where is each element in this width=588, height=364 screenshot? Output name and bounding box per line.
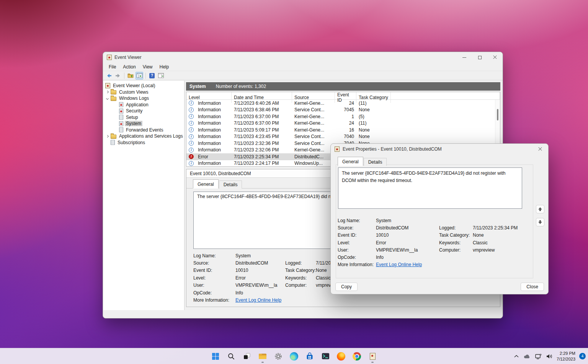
task-view-icon [243, 353, 251, 360]
desktop: Event Viewer File Action View Help [0, 0, 588, 364]
menu-help[interactable]: Help [156, 63, 173, 71]
tree-item-applications-services-logs[interactable]: Applications and Services Logs [103, 133, 184, 140]
running-indicator [261, 362, 264, 363]
dialog-event-fields: Log Name:System Source:DistributedCOMLog… [338, 217, 527, 268]
folder-icon [111, 135, 116, 139]
task-view-button[interactable] [240, 349, 254, 363]
gear-icon [274, 352, 283, 361]
menu-bar: File Action View Help [103, 63, 503, 71]
table-row[interactable]: iInformation 7/11/2023 6:38:46 PMService… [186, 107, 500, 114]
folder-icon [111, 90, 116, 94]
terminal-button[interactable] [318, 349, 332, 363]
chevron-up-icon[interactable] [513, 354, 519, 359]
information-icon: i [189, 101, 194, 106]
network-icon[interactable] [535, 353, 542, 359]
event-log-online-help-link[interactable]: Event Log Online Help [376, 262, 439, 267]
information-icon: i [189, 121, 194, 126]
edge-button[interactable] [287, 349, 301, 363]
tree-item-windows-logs[interactable]: Windows Logs [103, 95, 184, 102]
scrollbar-thumb[interactable] [497, 109, 498, 120]
search-button[interactable] [224, 349, 238, 363]
volume-icon[interactable] [546, 353, 553, 359]
log-header: System Number of events: 1,302 [186, 82, 500, 91]
menu-file[interactable]: File [105, 63, 119, 71]
search-icon [227, 353, 235, 360]
table-row[interactable]: iInformation 7/11/2023 4:23:45 PMService… [186, 133, 500, 140]
dialog-tab-general[interactable]: General [338, 157, 363, 166]
event-viewer-taskbar-button[interactable] [366, 349, 379, 363]
chevron-down-icon[interactable] [106, 97, 109, 100]
taskbar: 2:29 PM 7/12/2023 4 [0, 348, 588, 364]
log-icon [119, 127, 123, 132]
event-viewer-icon [370, 353, 376, 360]
notification-badge[interactable]: 4 [579, 353, 586, 359]
tree-item-system[interactable]: System [103, 120, 184, 127]
system-tray: 2:29 PM 7/12/2023 4 [513, 348, 586, 364]
event-count: Number of events: 1,302 [216, 84, 266, 89]
toolbar: ? [103, 71, 503, 80]
tree-item-application[interactable]: Application [103, 102, 184, 108]
tab-details[interactable]: Details [219, 180, 242, 188]
forward-button[interactable] [114, 72, 122, 80]
tree-item-subscriptions[interactable]: Subscriptions [103, 140, 184, 146]
tree-item-forwarded-events[interactable]: Forwarded Events [103, 127, 184, 133]
tree-item-event-viewer-local[interactable]: Event Viewer (Local) [103, 83, 184, 89]
open-folder-icon [127, 73, 134, 78]
dialog-tabs: General Details [338, 156, 387, 166]
dialog-close-action-button[interactable]: Close [521, 283, 544, 291]
next-event-button[interactable] [536, 218, 544, 226]
settings-button[interactable] [271, 349, 285, 363]
title-bar[interactable]: Event Viewer [103, 52, 503, 63]
tree-item-custom-views[interactable]: Custom Views [103, 89, 184, 96]
onedrive-cloud-icon[interactable] [523, 354, 531, 359]
close-icon [538, 147, 542, 151]
table-header: Level Date and Time Source Event ID Task… [186, 92, 500, 100]
maximize-button[interactable] [472, 52, 487, 63]
menu-action[interactable]: Action [119, 63, 139, 71]
dialog-close-button[interactable] [532, 144, 548, 154]
taskbar-clock[interactable]: 2:29 PM 7/12/2023 [557, 351, 575, 362]
microsoft-store-icon [306, 353, 314, 360]
error-icon: ! [189, 154, 194, 159]
firefox-button[interactable] [334, 349, 348, 363]
help-button[interactable]: ? [148, 72, 156, 80]
tree-item-security[interactable]: Security [103, 108, 184, 114]
menu-view[interactable]: View [139, 63, 156, 71]
back-button[interactable] [105, 72, 113, 80]
start-button[interactable] [209, 349, 222, 363]
folder-icon [111, 97, 116, 101]
console-tree-toggle-button[interactable] [136, 72, 143, 80]
event-viewer-app-icon [335, 146, 340, 152]
tab-general[interactable]: General [193, 179, 219, 188]
table-row[interactable]: iInformation 7/11/2023 5:09:17 PMKernel-… [186, 127, 500, 133]
chrome-button[interactable] [350, 349, 364, 363]
terminal-icon [322, 353, 330, 360]
event-properties-dialog: Event Properties - Event 10010, Distribu… [330, 143, 549, 294]
action-pane-toggle-button[interactable] [157, 72, 165, 80]
console-tree-icon [137, 73, 142, 78]
close-button[interactable] [487, 52, 503, 63]
dialog-event-description[interactable]: The server {8CFC164F-4BE5-4FDD-94E9-E2AF… [338, 167, 522, 209]
tree-item-setup[interactable]: Setup [103, 114, 184, 121]
copy-button[interactable]: Copy [335, 283, 358, 291]
minimize-button[interactable] [457, 52, 472, 63]
table-row[interactable]: iInformation 7/11/2023 6:37:00 PMKernel-… [186, 113, 500, 120]
event-log-online-help-link[interactable]: Event Log Online Help [235, 297, 285, 303]
previous-event-button[interactable] [536, 205, 544, 213]
information-icon: i [189, 127, 194, 132]
running-indicator [371, 362, 374, 363]
log-name: System [189, 84, 206, 89]
chevron-right-icon[interactable] [106, 91, 109, 93]
chevron-right-icon[interactable] [106, 135, 109, 138]
file-explorer-button[interactable] [256, 349, 270, 363]
dialog-title-bar[interactable]: Event Properties - Event 10010, Distribu… [331, 144, 548, 154]
minimize-icon [462, 57, 466, 58]
table-row[interactable]: iInformation 7/11/2023 6:37:00 PMKernel-… [186, 120, 500, 127]
dialog-tab-details[interactable]: Details [364, 158, 387, 166]
open-saved-log-button[interactable] [127, 72, 134, 80]
tray-time: 2:29 PM [557, 351, 575, 356]
tray-date: 7/12/2023 [557, 356, 575, 362]
microsoft-store-button[interactable] [303, 349, 317, 363]
back-arrow-icon [106, 73, 112, 79]
information-icon: i [189, 148, 194, 153]
